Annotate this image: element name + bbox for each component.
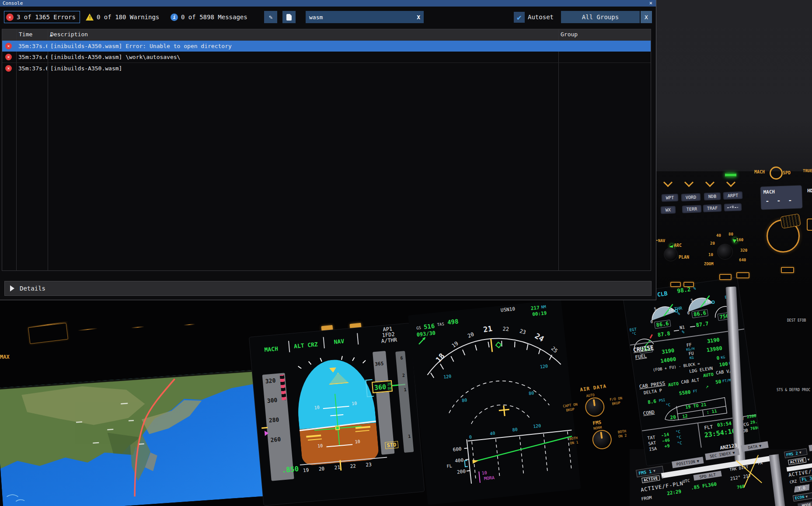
gs-value: 516 bbox=[423, 322, 435, 331]
speed-tick-280: 280 bbox=[268, 416, 279, 424]
thr-pct-label: % bbox=[677, 311, 680, 316]
copy-button[interactable] bbox=[282, 11, 296, 23]
wpt-button[interactable]: WPT bbox=[662, 194, 679, 201]
panel-button[interactable] bbox=[736, 272, 749, 278]
isa-value: +9 bbox=[664, 443, 670, 449]
fo-bkup-label: BKUP bbox=[612, 401, 620, 406]
messages-filter-button[interactable]: i 0 of 5898 Messages bbox=[171, 11, 247, 23]
fu-unit: KG bbox=[689, 356, 694, 360]
wx-button[interactable]: WX bbox=[661, 206, 676, 214]
copy-icon bbox=[286, 14, 292, 21]
n1-2-value: 87.7 bbox=[696, 320, 709, 328]
range-right-120: 120 bbox=[540, 364, 548, 369]
chevron-down-icon: ▼ bbox=[799, 451, 802, 455]
chevron-down-icon: ▼ bbox=[805, 494, 808, 499]
fms-knob[interactable] bbox=[591, 429, 613, 451]
thr-label: THR bbox=[674, 305, 682, 311]
col-description[interactable]: Description bbox=[50, 31, 88, 38]
range-knob[interactable] bbox=[717, 244, 733, 260]
fms-both2b: ON 2 bbox=[618, 433, 627, 439]
delta-p-unit: PSI bbox=[659, 398, 666, 403]
fma-vertical-mode: ALT CRZ bbox=[294, 341, 318, 350]
panel-button[interactable] bbox=[719, 274, 732, 280]
aircraft-reference-box bbox=[335, 426, 340, 430]
terr-button[interactable]: TERR bbox=[682, 205, 702, 213]
mach-spd-knob[interactable] bbox=[770, 166, 783, 180]
panel-button[interactable] bbox=[781, 267, 794, 273]
error-icon: × bbox=[6, 14, 14, 21]
ff2-value: 3190 bbox=[707, 336, 720, 344]
search-input[interactable]: wasm X bbox=[306, 11, 424, 23]
log-row[interactable]: × 35m:37s.614 [inibuilds-A350.wasm] Erro… bbox=[2, 41, 651, 52]
nd-lubber-line bbox=[491, 339, 492, 352]
col-time[interactable]: Time bbox=[19, 31, 32, 38]
to-tab[interactable]: T.O bbox=[793, 484, 811, 493]
wpt-time: 22:29 bbox=[666, 489, 682, 496]
log-row[interactable]: × 35m:37s.614 [inibuilds-A350.wasm] \wor… bbox=[2, 52, 651, 63]
capt-bkup-label: BKUP bbox=[566, 407, 575, 412]
pitch-10-right: 10 bbox=[352, 401, 357, 406]
search-clear-button[interactable]: X bbox=[417, 14, 420, 21]
group-clear-button[interactable]: X bbox=[641, 11, 652, 23]
chevron-down-icon: ▼ bbox=[807, 457, 810, 462]
nd-mode-knob[interactable] bbox=[664, 247, 678, 261]
check-icon: ✔ bbox=[517, 13, 522, 22]
altitude-small-top: 20 bbox=[387, 382, 391, 386]
range-20: 20 bbox=[710, 241, 715, 246]
econ-dropdown[interactable]: ECON ▼ bbox=[793, 492, 812, 502]
details-expander[interactable]: Details bbox=[4, 281, 652, 296]
clear-console-button[interactable]: ✎ bbox=[264, 11, 277, 23]
cockpit-temp: 20 bbox=[670, 414, 676, 421]
range-320: 320 bbox=[740, 248, 747, 253]
arc-mode-label: ARC bbox=[674, 243, 682, 248]
warnings-count: 0 of 180 Warnings bbox=[97, 14, 159, 21]
cond-title: COND bbox=[643, 409, 655, 417]
compass-19: 19 bbox=[451, 340, 460, 349]
wpt-spd-alt: .85 FL360 bbox=[690, 481, 717, 491]
fms2-dropdown[interactable]: FMS 2 ▼ bbox=[784, 448, 808, 458]
pfd-display: MACH ALT CRZ NAV AP1 1FD2 A/THR 320 300 … bbox=[249, 323, 424, 506]
speed-tick-320: 320 bbox=[265, 377, 276, 385]
mach-knob-label: MACH bbox=[754, 170, 765, 174]
console-window: Console × × 3 of 1365 Errors ! 0 of 180 … bbox=[0, 0, 656, 300]
chevron-down-icon: ▼ bbox=[653, 469, 655, 473]
arpt-button[interactable]: ARPT bbox=[723, 191, 743, 200]
panel-button[interactable] bbox=[683, 282, 694, 287]
compass-18: 18 bbox=[434, 352, 446, 364]
messages-count: 0 of 5898 Messages bbox=[181, 14, 247, 21]
block-unit: KG bbox=[721, 355, 725, 360]
cab-vs-auto: AUTO bbox=[703, 372, 714, 378]
autoset-checkbox[interactable]: ✔ bbox=[514, 12, 525, 23]
vs-6: 6 bbox=[400, 356, 403, 360]
flt-time: 03:54 bbox=[717, 420, 732, 428]
traf-button[interactable]: TRAF bbox=[703, 204, 722, 212]
col-group[interactable]: Group bbox=[561, 31, 578, 38]
efis-lit-indicator bbox=[725, 173, 736, 177]
warnings-filter-button[interactable]: ! 0 of 180 Warnings bbox=[86, 11, 159, 23]
position-dropdown[interactable]: POSITION▼ bbox=[672, 457, 704, 468]
close-icon[interactable]: × bbox=[649, 0, 652, 7]
ndb-button[interactable]: NDB bbox=[704, 192, 721, 200]
errors-filter-button[interactable]: × 3 of 1365 Errors bbox=[4, 11, 80, 23]
screen: MAX MACH ALT CRZ NAV AP1 1FD2 bbox=[0, 0, 812, 506]
data-dropdown[interactable]: DATA▼ bbox=[741, 441, 769, 452]
route-filter-button[interactable] bbox=[724, 203, 742, 211]
row-time: 35m:37s.614 bbox=[18, 43, 47, 49]
speed-tick-300: 300 bbox=[267, 397, 278, 404]
group-filter-dropdown[interactable]: All Groups bbox=[561, 11, 640, 23]
air-data-knob[interactable] bbox=[584, 396, 606, 418]
vs-scale bbox=[395, 351, 414, 453]
console-title: Console bbox=[3, 0, 23, 6]
console-titlebar[interactable]: Console bbox=[0, 0, 656, 7]
range-left-80: 80 bbox=[461, 398, 467, 403]
from-label: FROM bbox=[641, 495, 652, 502]
eraser-icon: ✎ bbox=[269, 14, 272, 21]
active-waypoint: USN10 bbox=[500, 306, 515, 313]
vs-1: 1 bbox=[404, 387, 407, 392]
log-row[interactable]: × 35m:37s.614 [inibuilds-A350.wasm] bbox=[2, 63, 651, 74]
row-description: [inibuilds-A350.wasm] bbox=[50, 65, 558, 72]
vord-button[interactable]: VORD bbox=[681, 193, 701, 201]
panel-button[interactable] bbox=[670, 282, 681, 287]
n1-1-value: 87.8 bbox=[657, 330, 671, 338]
roll-pointer bbox=[329, 367, 337, 373]
